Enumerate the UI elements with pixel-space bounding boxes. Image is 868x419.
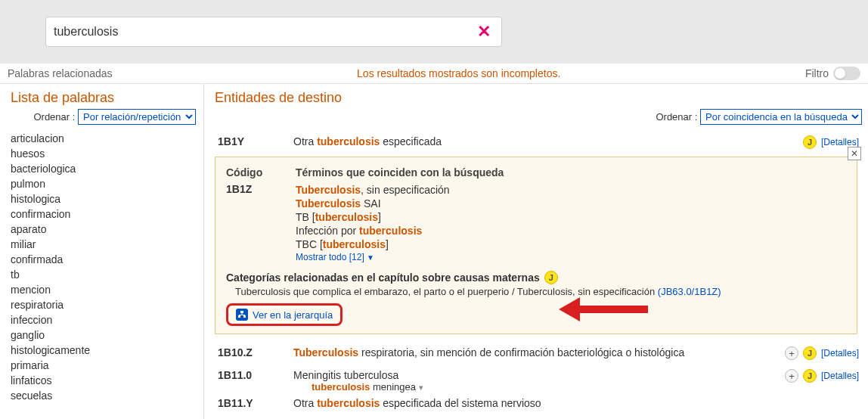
- detail-code: 1B1Z: [226, 183, 296, 263]
- word-item[interactable]: bacteriologica: [11, 161, 196, 176]
- plus-badge-icon[interactable]: +: [785, 369, 798, 383]
- results-title: Entidades de destino: [215, 90, 862, 106]
- svg-rect-4: [239, 315, 245, 315]
- filter-toggle[interactable]: [833, 67, 860, 80]
- svg-rect-1: [238, 315, 240, 318]
- word-item[interactable]: secuelas: [11, 388, 196, 403]
- sort-label: Ordenar :: [656, 111, 697, 123]
- detail-panel: ✕ Código Términos que coinciden con la b…: [215, 157, 857, 334]
- result-row[interactable]: 1B10.Z Tuberculosis respiratoria, sin me…: [215, 342, 862, 365]
- search-input[interactable]: [54, 25, 474, 39]
- results-sort-select[interactable]: Por coincidencia en la búsqueda: [700, 109, 862, 125]
- word-item[interactable]: confirmada: [11, 252, 196, 267]
- result-subterm[interactable]: tuberculosis meningea ▾: [293, 381, 785, 393]
- word-item[interactable]: infeccion: [11, 312, 196, 327]
- code-link[interactable]: (JB63.0/1B1Z): [658, 286, 721, 297]
- result-code: 1B10.Z: [218, 346, 293, 358]
- match-term: Tuberculosis SAI: [296, 197, 846, 210]
- maternal-categories-title: Categorías relacionadas en el capítulo s…: [226, 272, 540, 284]
- result-code: 1B11.Y: [218, 397, 293, 409]
- match-term: TBC [tuberculosis]: [296, 237, 846, 251]
- maternal-category-item: Tuberculosis que complica el embarazo, e…: [226, 284, 846, 303]
- search-bar-area: ✕: [0, 0, 868, 64]
- j-badge-icon[interactable]: J: [803, 135, 817, 149]
- word-item[interactable]: ganglio: [11, 327, 196, 343]
- wordlist-title: Lista de palabras: [11, 90, 196, 106]
- word-item[interactable]: aparato: [11, 222, 196, 237]
- result-code: 1B11.0: [218, 369, 293, 381]
- result-row[interactable]: 1B11.0 Meningitis tuberculosa tuberculos…: [215, 365, 862, 393]
- related-words-label[interactable]: Palabras relacionadas: [8, 67, 113, 79]
- result-row[interactable]: 1B11.Y Otra tuberculosis especificada de…: [215, 393, 862, 414]
- sort-label: Ordenar :: [33, 111, 75, 123]
- incomplete-results-warning: Los resultados mostrados son incompletos…: [113, 67, 805, 79]
- result-title: Tuberculosis respiratoria, sin mención d…: [293, 346, 785, 358]
- clear-search-icon[interactable]: ✕: [474, 22, 494, 42]
- svg-rect-0: [240, 311, 243, 313]
- status-row: Palabras relacionadas Los resultados mos…: [0, 64, 868, 84]
- wordlist: articulacion huesos bacteriologica pulmo…: [11, 131, 196, 403]
- show-all-link[interactable]: Mostrar todo [12] ▼: [296, 251, 846, 263]
- detail-header-terms: Términos que coinciden con la búsqueda: [296, 166, 504, 178]
- match-term: TB [tuberculosis]: [296, 210, 846, 224]
- word-item[interactable]: tb: [11, 267, 196, 282]
- j-badge-icon[interactable]: J: [544, 271, 558, 284]
- result-title: Meningitis tuberculosa: [293, 369, 785, 381]
- word-item[interactable]: respiratoria: [11, 297, 196, 312]
- details-link[interactable]: [Detalles]: [821, 348, 859, 358]
- word-item[interactable]: huesos: [11, 146, 196, 161]
- svg-rect-2: [243, 315, 246, 318]
- j-badge-icon[interactable]: J: [803, 346, 817, 360]
- view-in-hierarchy-button[interactable]: Ver en la jerarquía: [226, 303, 343, 326]
- word-item[interactable]: articulacion: [11, 131, 196, 146]
- word-item[interactable]: histologica: [11, 191, 196, 206]
- close-detail-icon[interactable]: ✕: [848, 147, 861, 160]
- search-bar: ✕: [45, 17, 502, 47]
- word-item[interactable]: primaria: [11, 358, 196, 373]
- hierarchy-icon: [236, 309, 248, 321]
- sidebar: Lista de palabras Ordenar : Por relación…: [0, 84, 204, 419]
- word-item[interactable]: linfaticos: [11, 373, 196, 388]
- details-link[interactable]: [Detalles]: [821, 371, 859, 381]
- chevron-down-icon: ▼: [367, 253, 374, 262]
- details-link[interactable]: [Detalles]: [821, 137, 859, 147]
- match-term: Infección por tuberculosis: [296, 224, 846, 237]
- j-badge-icon[interactable]: J: [803, 369, 817, 383]
- word-item[interactable]: confirmacion: [11, 206, 196, 222]
- filter-label: Filtro: [805, 67, 829, 79]
- word-item[interactable]: histologicamente: [11, 343, 196, 358]
- word-item[interactable]: miliar: [11, 237, 196, 252]
- word-item[interactable]: pulmon: [11, 176, 196, 191]
- chevron-down-icon: ▾: [419, 383, 423, 392]
- wordlist-sort-select[interactable]: Por relación/repetición: [78, 109, 196, 125]
- result-title: Otra tuberculosis especificada: [293, 135, 803, 147]
- detail-header-code: Código: [226, 166, 296, 178]
- plus-badge-icon[interactable]: +: [785, 346, 798, 360]
- result-title: Otra tuberculosis especificada del siste…: [293, 397, 859, 409]
- word-item[interactable]: mencion: [11, 282, 196, 297]
- annotation-arrow: [559, 297, 648, 321]
- match-term: Tuberculosis, sin especificación: [296, 183, 846, 197]
- result-code: 1B1Y: [218, 135, 293, 147]
- results-panel: Entidades de destino Ordenar : Por coinc…: [204, 84, 868, 419]
- result-row[interactable]: 1B1Y Otra tuberculosis especificada J [D…: [215, 131, 862, 154]
